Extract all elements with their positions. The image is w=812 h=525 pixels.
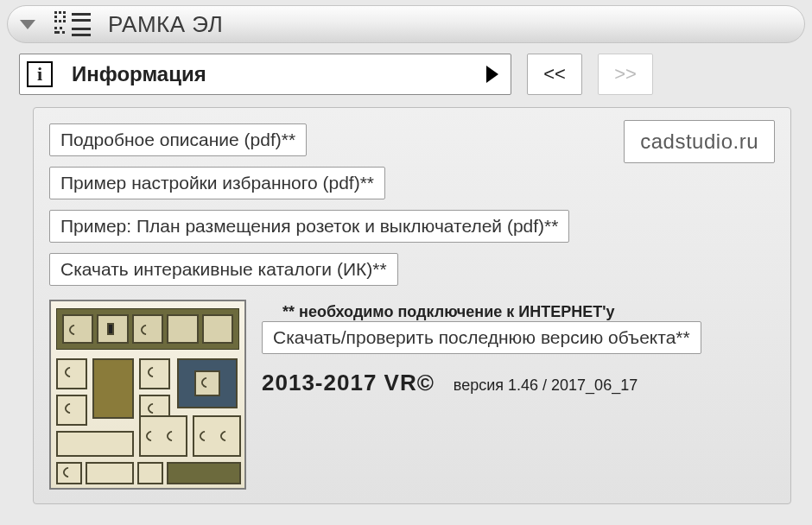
info-dropdown[interactable]: i Информация	[19, 54, 511, 95]
info-label: Информация	[72, 62, 486, 86]
preview-thumbnail	[49, 300, 246, 490]
svg-rect-6	[59, 20, 61, 22]
svg-rect-10	[54, 31, 57, 34]
svg-rect-15	[72, 28, 91, 30]
svg-rect-1	[59, 11, 61, 14]
dropdown-arrow-icon	[486, 66, 498, 83]
svg-rect-13	[72, 13, 91, 16]
link-plan-example[interactable]: Пример: План размещения розеток и выключ…	[49, 210, 569, 243]
link-favorites-example[interactable]: Пример настройки избранного (pdf)**	[49, 167, 385, 199]
internet-note: ** необходимо подключение к ИНТЕРНЕТ'у	[282, 303, 775, 321]
svg-rect-12	[62, 31, 65, 34]
svg-rect-7	[63, 20, 66, 22]
title-bar: РАМКА ЭЛ	[7, 5, 805, 43]
credit-line: 2013-2017 VR© версия 1.46 / 2017_06_17	[262, 370, 775, 396]
prev-button[interactable]: <<	[527, 54, 582, 95]
svg-rect-5	[54, 20, 57, 22]
svg-rect-0	[54, 11, 57, 14]
link-check-update[interactable]: Скачать/проверить последнюю версию объек…	[262, 321, 701, 354]
link-catalogs[interactable]: Скачать интеракивные каталоги (ИК)**	[49, 253, 398, 286]
svg-rect-16	[72, 34, 91, 36]
nav-row: i Информация << >>	[0, 54, 812, 107]
svg-rect-3	[54, 16, 57, 18]
svg-rect-2	[63, 11, 66, 14]
info-icon: i	[27, 61, 53, 87]
svg-rect-9	[60, 27, 62, 29]
brand-link[interactable]: cadstudio.ru	[624, 120, 775, 163]
link-description[interactable]: Подробное описание (pdf)**	[49, 123, 307, 156]
version-text: версия 1.46 / 2017_06_17	[454, 376, 638, 395]
next-button: >>	[598, 54, 653, 95]
svg-rect-8	[54, 27, 57, 29]
collapse-icon[interactable]	[20, 20, 35, 29]
svg-rect-11	[57, 31, 60, 34]
object-title: РАМКА ЭЛ	[108, 11, 223, 38]
object-icon	[54, 11, 92, 37]
svg-rect-4	[63, 16, 66, 18]
content-card: Подробное описание (pdf)** Пример настро…	[33, 107, 791, 504]
copyright-years: 2013-2017 VR©	[262, 370, 435, 396]
svg-rect-14	[72, 19, 91, 22]
